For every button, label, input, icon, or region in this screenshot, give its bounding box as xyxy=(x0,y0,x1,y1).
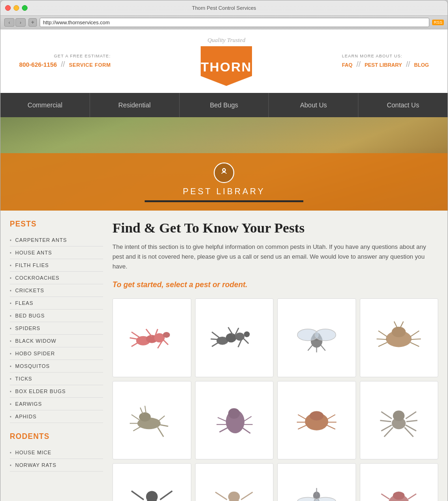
earwigs-link[interactable]: EARWIGS xyxy=(15,401,42,407)
pest-grid xyxy=(112,298,438,501)
minimize-button[interactable] xyxy=(14,5,19,11)
pest-card-filth-fly[interactable] xyxy=(277,298,356,377)
nav-contact-us[interactable]: Contact Us xyxy=(358,93,448,117)
hobo-spider-link[interactable]: HOBO SPIDER xyxy=(15,351,55,356)
fleas-link[interactable]: FLEAS xyxy=(15,300,34,306)
logo-badge[interactable]: THORN xyxy=(201,46,252,86)
nav-about-us[interactable]: About Us xyxy=(269,93,358,117)
black-widow-link[interactable]: BLACK WIDOW xyxy=(15,338,56,344)
pest-library-link[interactable]: PEST LIBRARY xyxy=(364,62,402,68)
pest-card-black-widow[interactable] xyxy=(112,463,191,501)
svg-point-106 xyxy=(393,492,405,500)
svg-line-35 xyxy=(411,339,421,339)
svg-point-76 xyxy=(146,491,158,501)
nav-arrows[interactable]: ‹ › xyxy=(4,18,26,27)
list-item: FLEAS xyxy=(10,297,103,310)
sidebar: PESTS CARPENTER ANTS HOUSE ANTS FILTH FL… xyxy=(10,220,103,501)
crickets-link[interactable]: CRICKETS xyxy=(15,288,44,293)
pests-list: CARPENTER ANTS HOUSE ANTS FILTH FLIES CO… xyxy=(10,234,103,423)
svg-line-62 xyxy=(327,415,335,419)
pest-card-cockroach[interactable] xyxy=(360,298,439,377)
main-description: The intent of this section is to give he… xyxy=(112,242,438,271)
svg-line-61 xyxy=(298,425,307,429)
maximize-button[interactable] xyxy=(22,5,28,11)
nav-residential[interactable]: Residential xyxy=(90,93,180,117)
house-mice-link[interactable]: HOUSE MICE xyxy=(15,450,52,455)
svg-point-66 xyxy=(393,410,405,421)
browser-window: Thorn Pest Control Services ‹ › + http:/… xyxy=(0,0,448,501)
learn-more-label: LEARN MORE ABOUT US: xyxy=(342,54,429,58)
svg-line-82 xyxy=(160,491,172,500)
hero-icon xyxy=(214,162,234,183)
browser-toolbar: ‹ › + http://www.thornservices.com RSS xyxy=(0,15,448,29)
svg-line-43 xyxy=(133,426,141,431)
pest-card-tick[interactable] xyxy=(360,463,439,501)
address-bar[interactable]: http://www.thornservices.com xyxy=(40,18,429,27)
close-button[interactable] xyxy=(5,5,11,11)
pest-card-spider[interactable] xyxy=(195,463,274,501)
cockroaches-link[interactable]: COCKROACHES xyxy=(15,275,60,281)
svg-line-41 xyxy=(132,415,140,420)
blog-link[interactable]: BLOG xyxy=(414,62,429,68)
pest-card-cricket[interactable] xyxy=(112,381,191,460)
svg-point-50 xyxy=(228,408,240,418)
svg-line-88 xyxy=(216,492,227,500)
add-tab-button[interactable]: + xyxy=(28,18,37,27)
list-item: FILTH FLIES xyxy=(10,259,103,272)
header-left: GET A FREE ESTIMATE: 800-626-1156 // SER… xyxy=(19,54,111,69)
main-nav: Commercial Residential Bed Bugs About Us… xyxy=(0,93,448,117)
box-elder-bugs-link[interactable]: BOX ELDER BUGS xyxy=(15,388,66,394)
pest-card-flea[interactable] xyxy=(195,381,274,460)
svg-line-45 xyxy=(159,424,168,426)
pest-card-mosquito[interactable] xyxy=(277,463,356,501)
website-content: GET A FREE ESTIMATE: 800-626-1156 // SER… xyxy=(0,29,448,501)
house-ants-link[interactable]: HOUSE ANTS xyxy=(15,250,52,255)
faq-link[interactable]: FAQ xyxy=(342,62,353,68)
svg-line-16 xyxy=(211,339,220,339)
forward-button[interactable]: › xyxy=(15,18,26,27)
logo-tagline: Quality Trusted xyxy=(201,36,252,44)
back-button[interactable]: ‹ xyxy=(4,18,14,27)
window-controls[interactable] xyxy=(5,5,28,11)
service-form-link[interactable]: SERVICE FORM xyxy=(69,62,111,68)
logo-container: Quality Trusted THORN xyxy=(201,36,252,86)
bed-bugs-link[interactable]: BED BUGS xyxy=(15,313,45,318)
ticks-link[interactable]: TICKS xyxy=(15,376,32,381)
pest-card-carpenter-ant[interactable] xyxy=(112,298,191,377)
list-item: SPIDERS xyxy=(10,322,103,335)
logo-text: THORN xyxy=(201,61,252,74)
main-content: Find & Get To Know Your Pests The intent… xyxy=(112,220,438,501)
list-item: COCKROACHES xyxy=(10,272,103,284)
svg-line-17 xyxy=(212,342,219,346)
aphids-link[interactable]: APHIDS xyxy=(15,414,37,419)
hero-section: PEST LIBRARY xyxy=(0,117,448,211)
spiders-link[interactable]: SPIDERS xyxy=(15,325,41,331)
pest-card-hobo-spider[interactable] xyxy=(360,381,439,460)
mosquitos-link[interactable]: MOSQUITOS xyxy=(15,363,50,369)
norway-rats-link[interactable]: NORWAY RATS xyxy=(15,462,56,468)
list-item: CRICKETS xyxy=(10,284,103,297)
list-item: MOSQUITOS xyxy=(10,360,103,373)
svg-point-25 xyxy=(315,329,336,341)
list-item: HOUSE MICE xyxy=(10,446,103,459)
svg-line-21 xyxy=(243,338,248,344)
header-right: LEARN MORE ABOUT US: FAQ // PEST LIBRARY… xyxy=(342,54,429,69)
filth-flies-link[interactable]: FILTH FLIES xyxy=(15,262,49,268)
pest-card-bed-bug[interactable] xyxy=(277,381,356,460)
content-area: PESTS CARPENTER ANTS HOUSE ANTS FILTH FL… xyxy=(0,211,448,501)
hero-overlay: PEST LIBRARY xyxy=(0,153,448,211)
svg-line-36 xyxy=(411,343,420,347)
svg-line-59 xyxy=(298,415,306,419)
list-item: BOX ELDER BUGS xyxy=(10,385,103,398)
phone-number[interactable]: 800-626-1156 xyxy=(19,61,57,68)
nav-bed-bugs[interactable]: Bed Bugs xyxy=(180,93,269,117)
svg-line-64 xyxy=(326,425,335,429)
svg-line-46 xyxy=(158,427,163,437)
list-item: BED BUGS xyxy=(10,310,103,322)
list-item: CARPENTER ANTS xyxy=(10,234,103,247)
nav-commercial[interactable]: Commercial xyxy=(0,93,90,117)
carpenter-ants-link[interactable]: CARPENTER ANTS xyxy=(15,237,67,243)
cta-text: To get started, select a pest or rodent. xyxy=(112,281,438,289)
pest-card-house-ant[interactable] xyxy=(195,298,274,377)
list-item: HOUSE ANTS xyxy=(10,247,103,259)
